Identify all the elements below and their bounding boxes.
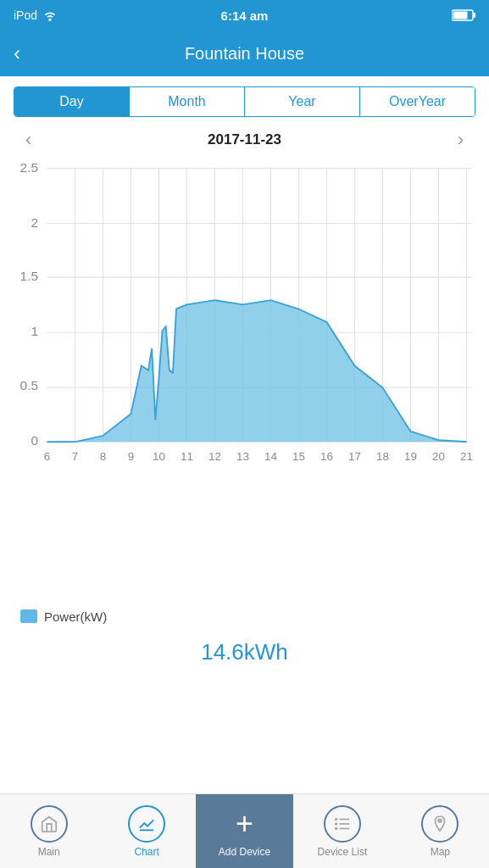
svg-text:15: 15 — [292, 450, 305, 463]
svg-point-51 — [336, 818, 337, 820]
bottom-nav: Main Chart + Add Device Device — [0, 793, 489, 868]
svg-text:2: 2 — [31, 215, 38, 230]
svg-text:11: 11 — [181, 450, 193, 463]
tab-year[interactable]: Year — [245, 87, 360, 116]
svg-rect-1 — [453, 12, 468, 19]
svg-point-54 — [438, 819, 442, 822]
chart-container: 2.5 2 1.5 1 0.5 0 — [0, 156, 489, 603]
legend-color-swatch — [20, 609, 37, 623]
svg-text:17: 17 — [348, 450, 361, 463]
svg-text:2.5: 2.5 — [20, 160, 39, 175]
date-navigation: ‹ 2017-11-23 › — [0, 124, 489, 156]
svg-text:20: 20 — [432, 450, 445, 463]
nav-main-label: Main — [38, 846, 60, 858]
svg-point-52 — [336, 823, 337, 825]
nav-add-device-label: Add Device — [219, 846, 270, 858]
home-icon — [31, 805, 68, 843]
status-right — [452, 9, 475, 21]
svg-text:18: 18 — [376, 450, 389, 463]
period-tab-bar: Day Month Year OverYear — [14, 86, 475, 117]
header: ‹ Fountain House — [0, 31, 489, 76]
chart-legend: Power(kW) — [0, 603, 489, 631]
nav-device-list-label: Device List — [318, 846, 368, 858]
svg-text:8: 8 — [100, 450, 106, 463]
svg-text:0.5: 0.5 — [20, 378, 39, 392]
power-chart: 2.5 2 1.5 1 0.5 0 — [8, 156, 481, 488]
back-button[interactable]: ‹ — [14, 42, 20, 65]
nav-add-device[interactable]: + Add Device — [196, 794, 293, 868]
svg-text:16: 16 — [320, 450, 333, 463]
svg-text:13: 13 — [236, 450, 249, 463]
nav-map-label: Map — [431, 846, 450, 858]
nav-chart[interactable]: Chart — [97, 794, 195, 868]
svg-text:1: 1 — [31, 324, 38, 338]
nav-map[interactable]: Map — [392, 794, 489, 868]
svg-text:1.5: 1.5 — [20, 269, 39, 283]
nav-main[interactable]: Main — [0, 794, 97, 868]
status-time: 6:14 am — [221, 8, 269, 23]
energy-total: 14.6kWh — [0, 631, 489, 679]
prev-date-button[interactable]: ‹ — [17, 129, 40, 151]
map-icon — [421, 805, 458, 843]
svg-text:21: 21 — [460, 450, 473, 463]
list-icon — [324, 805, 361, 843]
current-date: 2017-11-23 — [208, 131, 281, 148]
battery-icon — [452, 9, 475, 21]
svg-text:6: 6 — [44, 450, 50, 463]
chart-wrap: 2.5 2 1.5 1 0.5 0 — [8, 156, 481, 488]
wifi-icon — [42, 9, 58, 21]
tab-day[interactable]: Day — [14, 87, 130, 116]
svg-text:14: 14 — [264, 450, 277, 463]
next-date-button[interactable]: › — [449, 129, 472, 151]
svg-point-53 — [336, 827, 337, 829]
svg-text:7: 7 — [72, 450, 78, 463]
status-left: iPod — [14, 8, 58, 22]
nav-chart-label: Chart — [134, 846, 158, 858]
svg-text:12: 12 — [208, 450, 221, 463]
legend-label: Power(kW) — [44, 609, 107, 624]
energy-value: 14.6kWh — [201, 639, 288, 665]
chart-icon — [128, 805, 165, 843]
svg-text:0: 0 — [31, 433, 38, 448]
page-title: Fountain House — [185, 44, 304, 64]
svg-text:10: 10 — [153, 450, 165, 463]
tab-month[interactable]: Month — [130, 87, 245, 116]
svg-rect-2 — [473, 13, 475, 18]
svg-text:19: 19 — [404, 450, 417, 463]
device-name: iPod — [14, 8, 37, 22]
nav-device-list[interactable]: Device List — [293, 794, 391, 868]
svg-text:9: 9 — [128, 450, 134, 463]
status-bar: iPod 6:14 am — [0, 0, 489, 31]
tab-overyear[interactable]: OverYear — [360, 87, 475, 116]
plus-icon: + — [226, 805, 264, 843]
